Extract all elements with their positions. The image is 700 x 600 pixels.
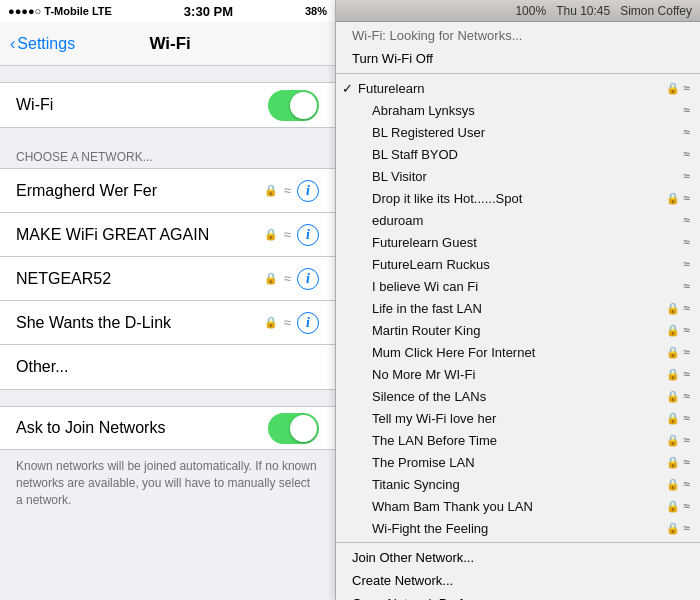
wifi-signal-icon: ≈ <box>284 315 291 330</box>
mac-network-item[interactable]: Martin Router King 🔒 ≈ <box>336 319 700 341</box>
ios-network-row[interactable]: Ermagherd Wer Fer 🔒 ≈ i <box>0 169 335 213</box>
mac-network-name: Wham Bam Thank you LAN <box>372 499 662 514</box>
mac-network-item[interactable]: Futurelearn Guest ≈ <box>336 231 700 253</box>
mac-network-item[interactable]: Life in the fast LAN 🔒 ≈ <box>336 297 700 319</box>
mac-network-name: Futurelearn <box>358 81 662 96</box>
mac-network-item[interactable]: The Promise LAN 🔒 ≈ <box>336 451 700 473</box>
mac-network-icons: ≈ <box>683 147 690 161</box>
wifi-toggle-row: Wi-Fi <box>0 83 335 127</box>
ios-network-row[interactable]: She Wants the D-Link 🔒 ≈ i <box>0 301 335 345</box>
mac-network-icons: 🔒 ≈ <box>666 433 690 447</box>
mac-network-name: I believe Wi can Fi <box>372 279 679 294</box>
ios-other-row[interactable]: Other... <box>0 345 335 389</box>
mac-network-item[interactable]: Silence of the LANs 🔒 ≈ <box>336 385 700 407</box>
mac-lock-icon: 🔒 <box>666 412 680 425</box>
lock-icon: 🔒 <box>264 228 278 241</box>
nav-title: Wi-Fi <box>75 34 265 54</box>
mac-network-icons: 🔒 ≈ <box>666 499 690 513</box>
ask-join-section: Ask to Join Networks Known networks will… <box>0 406 335 516</box>
mac-network-item[interactable]: FutureLearn Ruckus ≈ <box>336 253 700 275</box>
mac-wifi-icon: ≈ <box>683 367 690 381</box>
mac-wifi-icon: ≈ <box>683 389 690 403</box>
ios-network-row[interactable]: NETGEAR52 🔒 ≈ i <box>0 257 335 301</box>
back-chevron-icon: ‹ <box>10 35 15 53</box>
mac-network-icons: ≈ <box>683 103 690 117</box>
wifi-toggle-switch[interactable] <box>268 90 319 121</box>
mac-network-icons: 🔒 ≈ <box>666 521 690 535</box>
mac-wifi-icon: ≈ <box>683 499 690 513</box>
mac-network-name: Silence of the LANs <box>372 389 662 404</box>
mac-network-item[interactable]: Tell my Wi-Fi love her 🔒 ≈ <box>336 407 700 429</box>
lock-icon: 🔒 <box>264 316 278 329</box>
mac-lock-icon: 🔒 <box>666 324 680 337</box>
mac-network-icons: 🔒 ≈ <box>666 301 690 315</box>
mac-network-name: No More Mr WI-Fi <box>372 367 662 382</box>
mac-network-name: FutureLearn Ruckus <box>372 257 679 272</box>
ios-network-row[interactable]: MAKE WiFi GREAT AGAIN 🔒 ≈ i <box>0 213 335 257</box>
mac-network-icons: 🔒 ≈ <box>666 367 690 381</box>
mac-network-name: Titanic Syncing <box>372 477 662 492</box>
nav-bar: ‹ Settings Wi-Fi <box>0 22 335 66</box>
mac-network-item[interactable]: eduroam ≈ <box>336 209 700 231</box>
mac-network-icons: ≈ <box>683 125 690 139</box>
mac-network-item[interactable]: Mum Click Here For Internet 🔒 ≈ <box>336 341 700 363</box>
ios-network-name: MAKE WiFi GREAT AGAIN <box>16 226 264 244</box>
mac-network-item[interactable]: Drop it like its Hot......Spot 🔒 ≈ <box>336 187 700 209</box>
info-icon[interactable]: i <box>297 180 319 202</box>
mac-wifi-icon: ≈ <box>683 411 690 425</box>
ask-join-label: Ask to Join Networks <box>16 419 268 437</box>
networks-table: Ermagherd Wer Fer 🔒 ≈ i MAKE WiFi GREAT … <box>0 168 335 390</box>
ios-network-icons: 🔒 ≈ i <box>264 224 319 246</box>
ios-other-label[interactable]: Other... <box>16 358 68 376</box>
info-icon[interactable]: i <box>297 268 319 290</box>
mac-time: Thu 10:45 <box>556 4 610 18</box>
ask-join-toggle[interactable] <box>268 413 319 444</box>
status-right: 38% <box>305 5 327 17</box>
lock-icon: 🔒 <box>264 272 278 285</box>
turn-wifi-off-item[interactable]: Turn Wi-Fi Off <box>336 47 700 70</box>
mac-lock-icon: 🔒 <box>666 522 680 535</box>
mac-network-name: Wi-Fight the Feeling <box>372 521 662 536</box>
wifi-signal-icon: ≈ <box>284 183 291 198</box>
mac-lock-icon: 🔒 <box>666 434 680 447</box>
mac-wifi-icon: ≈ <box>683 169 690 183</box>
back-button-label[interactable]: Settings <box>17 35 75 53</box>
info-icon[interactable]: i <box>297 224 319 246</box>
mac-wifi-icon: ≈ <box>683 345 690 359</box>
mac-wifi-icon: ≈ <box>683 279 690 293</box>
open-prefs-item[interactable]: Open Network Preferences... <box>336 592 700 600</box>
mac-wifi-icon: ≈ <box>683 323 690 337</box>
mac-topbar: 100% Thu 10:45 Simon Coffey <box>336 0 700 22</box>
choose-network-header: CHOOSE A NETWORK... <box>0 144 335 168</box>
mac-network-item[interactable]: I believe Wi can Fi ≈ <box>336 275 700 297</box>
mac-network-item[interactable]: Titanic Syncing 🔒 ≈ <box>336 473 700 495</box>
mac-network-item[interactable]: No More Mr WI-Fi 🔒 ≈ <box>336 363 700 385</box>
mac-network-item[interactable]: BL Registered User ≈ <box>336 121 700 143</box>
mac-network-item[interactable]: Wi-Fight the Feeling 🔒 ≈ <box>336 517 700 539</box>
mac-lock-icon: 🔒 <box>666 478 680 491</box>
mac-user: Simon Coffey <box>620 4 692 18</box>
mac-network-item[interactable]: BL Visitor ≈ <box>336 165 700 187</box>
mac-wifi-icon: ≈ <box>683 521 690 535</box>
status-time: 3:30 PM <box>112 4 305 19</box>
mac-wifi-icon: ≈ <box>683 125 690 139</box>
join-other-item[interactable]: Join Other Network... <box>336 546 700 569</box>
status-bar: ●●●●○ T-Mobile LTE 3:30 PM 38% <box>0 0 335 22</box>
mac-network-item[interactable]: Abraham Lynksys ≈ <box>336 99 700 121</box>
mac-network-icons: 🔒 ≈ <box>666 455 690 469</box>
mac-network-item[interactable]: ✓ Futurelearn 🔒 ≈ <box>336 77 700 99</box>
create-network-item[interactable]: Create Network... <box>336 569 700 592</box>
mac-dropdown-menu: Wi-Fi: Looking for Networks... Turn Wi-F… <box>336 22 700 600</box>
mac-network-item[interactable]: The LAN Before Time 🔒 ≈ <box>336 429 700 451</box>
mac-network-item[interactable]: Wham Bam Thank you LAN 🔒 ≈ <box>336 495 700 517</box>
mac-network-name: Life in the fast LAN <box>372 301 662 316</box>
mac-divider-2 <box>336 542 700 543</box>
ios-network-name: She Wants the D-Link <box>16 314 264 332</box>
mac-lock-icon: 🔒 <box>666 302 680 315</box>
back-button[interactable]: ‹ Settings <box>10 35 75 53</box>
mac-wifi-icon: ≈ <box>683 81 690 95</box>
ask-join-row: Ask to Join Networks <box>0 406 335 450</box>
mac-network-name: Tell my Wi-Fi love her <box>372 411 662 426</box>
info-icon[interactable]: i <box>297 312 319 334</box>
mac-network-item[interactable]: BL Staff BYOD ≈ <box>336 143 700 165</box>
